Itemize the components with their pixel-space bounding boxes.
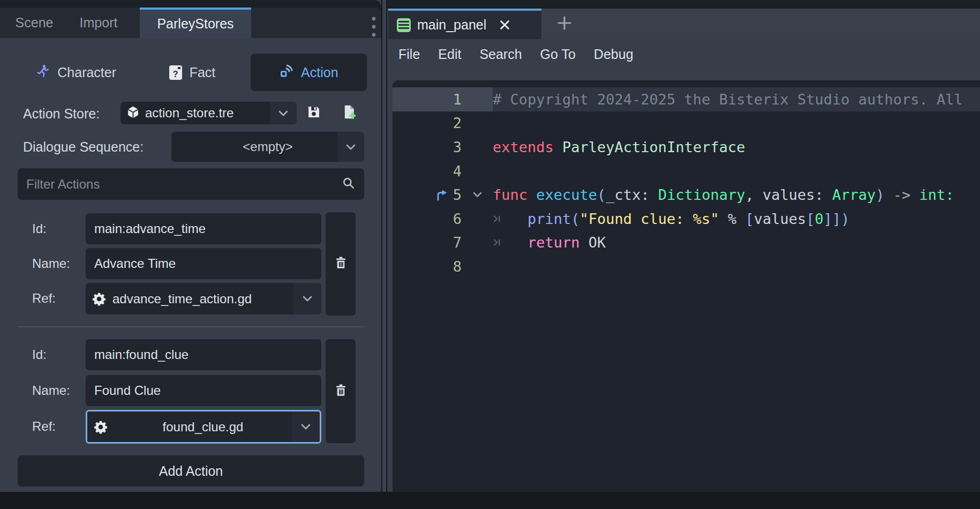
code-line[interactable]: 5func execute(_ctx: Dictionary, values: … (393, 183, 980, 207)
store-tab-label: Action (301, 65, 338, 80)
code-token-bracket: ]]) (824, 211, 850, 227)
code-line[interactable]: 6print("Found clue: %s" % [values[0]]) (393, 207, 980, 231)
dialogue-sequence-value: <empty> (243, 139, 292, 154)
delete-action-button[interactable] (326, 339, 356, 443)
code-line[interactable]: 3extends ParleyActionInterface (393, 135, 980, 159)
action-ref-dropdown[interactable]: advance_time_action.gd (86, 283, 321, 315)
code-token-uclass: ParleyActionInterface (562, 139, 745, 155)
kebab-menu-icon[interactable] (368, 15, 379, 39)
action-store-dropdown[interactable]: action_store.tre (120, 102, 297, 124)
parley-stores-panel: Scene Import ParleyStores Character ? F (0, 0, 381, 492)
gutter[interactable]: 6 (393, 211, 462, 227)
tab-scene[interactable]: Scene (6, 8, 62, 38)
action-id-field[interactable]: main:found_clue (86, 339, 321, 370)
store-tab-label: Character (57, 65, 116, 80)
new-action-store-button[interactable] (337, 102, 361, 124)
panel-splitter[interactable] (382, 0, 386, 492)
store-tab-fact[interactable]: ? Fact (134, 54, 250, 91)
character-runner-icon (35, 64, 50, 81)
gutter[interactable]: 1 (393, 91, 462, 108)
action-name-label: Name: (32, 383, 83, 398)
menu-search[interactable]: Search (479, 47, 522, 62)
code-text: extends ParleyActionInterface (493, 139, 980, 155)
action-ref-dropdown[interactable]: found_clue.gd (86, 410, 321, 444)
tab-main-panel[interactable]: main_panel (388, 9, 541, 39)
goto-function-arrow-icon (435, 189, 449, 201)
code-token-kw: extends (493, 139, 554, 155)
indent-tab-icon (493, 237, 527, 248)
action-id-field[interactable]: main:advance_time (86, 213, 321, 244)
gutter[interactable]: 8 (393, 258, 462, 275)
line-number: 4 (453, 163, 462, 179)
new-script-tab-button[interactable] (548, 9, 581, 39)
gutter[interactable]: 7 (393, 234, 462, 251)
store-tab-character[interactable]: Character (18, 54, 134, 91)
store-tab-action[interactable]: Action (251, 54, 367, 91)
code-text: func execute(_ctx: Dictionary, values: A… (493, 186, 980, 203)
code-line[interactable]: 1# Copyright 2024-2025 the Bisterix Stud… (393, 87, 980, 111)
code-text: # Copyright 2024-2025 the Bisterix Studi… (493, 91, 980, 108)
filter-placeholder: Filter Actions (26, 177, 342, 192)
fold-chevron-icon[interactable] (462, 192, 493, 198)
action-ref-label: Ref: (32, 419, 83, 434)
dialogue-sequence-dropdown[interactable]: <empty> (171, 132, 364, 162)
store-type-switcher: Character ? Fact Action (18, 54, 367, 91)
filter-actions-input[interactable]: Filter Actions (18, 168, 364, 200)
code-token-bracket: [ (806, 211, 815, 227)
code-line[interactable]: 4 (393, 159, 980, 183)
gutter[interactable]: 4 (393, 163, 462, 179)
code-token-ctrl: return (527, 234, 580, 251)
code-line[interactable]: 2 (393, 111, 980, 136)
line-number: 7 (453, 234, 462, 251)
code-token-type: int: (919, 186, 954, 203)
menu-edit[interactable]: Edit (438, 47, 461, 62)
script-icon (397, 18, 411, 32)
code-token-bracket: ( (571, 211, 579, 227)
script-menu-bar: FileEditSearchGo ToDebug (387, 39, 980, 70)
code-line[interactable]: 8 (393, 254, 980, 279)
code-token-plain: , values: (745, 186, 832, 203)
code-token-plain: OK (580, 234, 606, 251)
gutter[interactable]: 3 (393, 139, 462, 155)
code-token-num: 0 (815, 211, 824, 227)
tab-import[interactable]: Import (69, 8, 129, 38)
delete-action-button[interactable] (326, 212, 356, 316)
code-token-fndef: execute (536, 186, 597, 203)
chevron-down-icon[interactable] (270, 102, 297, 124)
action-store-value: action_store.tre (145, 106, 233, 121)
action-broadcast-icon (279, 64, 293, 81)
save-store-button[interactable] (301, 102, 326, 124)
chevron-down-icon[interactable] (293, 283, 321, 315)
code-text: print("Found clue: %s" % [values[0]]) (493, 211, 980, 227)
save-icon (306, 104, 321, 122)
action-ref-label: Ref: (32, 291, 83, 306)
action-store-label: Action Store: (23, 106, 100, 122)
gear-icon (94, 420, 108, 434)
code-line[interactable]: 7return OK (393, 231, 980, 255)
gutter[interactable]: 5 (393, 186, 462, 203)
store-tab-label: Fact (190, 65, 216, 80)
code-token-kw: func (493, 186, 527, 203)
chevron-down-icon[interactable] (292, 411, 320, 442)
group-divider (18, 326, 364, 327)
code-token-plain (527, 186, 536, 203)
code-token-type: Dictionary (658, 186, 745, 203)
add-action-button[interactable]: Add Action (18, 455, 364, 486)
code-token-plain: _ctx: (606, 186, 658, 203)
code-editor[interactable]: 1# Copyright 2024-2025 the Bisterix Stud… (393, 80, 980, 492)
chevron-down-icon[interactable] (337, 132, 364, 162)
close-icon[interactable] (499, 19, 510, 31)
gear-icon (92, 292, 106, 306)
gutter[interactable]: 2 (393, 115, 462, 131)
menu-debug[interactable]: Debug (594, 47, 634, 62)
action-name-field[interactable]: Advance Time (86, 248, 321, 279)
line-number: 2 (453, 115, 462, 131)
code-token-bracket: [ (745, 211, 753, 227)
code-token-plain: values (754, 211, 806, 227)
menu-file[interactable]: File (398, 47, 420, 62)
resource-cube-icon (126, 106, 140, 121)
action-name-field[interactable]: Found Clue (86, 375, 321, 406)
menu-go-to[interactable]: Go To (540, 47, 576, 62)
code-token-comment: # Copyright 2024-2025 the Bisterix Studi… (493, 91, 963, 108)
tab-parleystores[interactable]: ParleyStores (140, 8, 251, 38)
